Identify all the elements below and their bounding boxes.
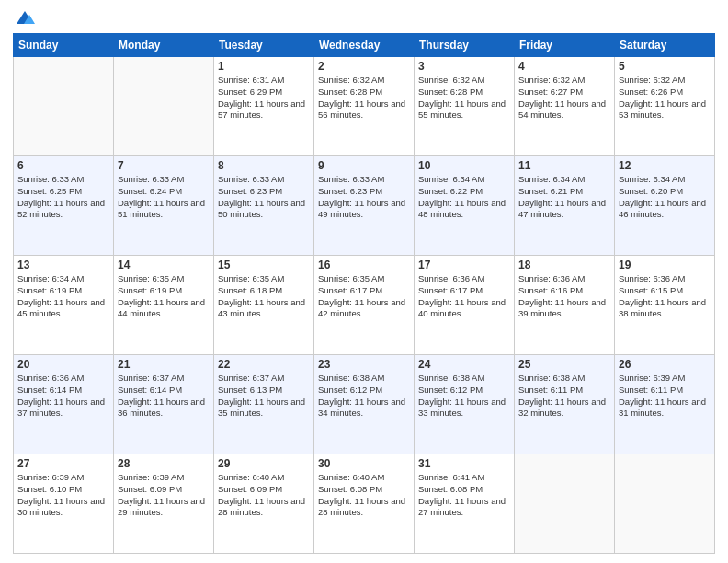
calendar-cell: 27Sunrise: 6:39 AM Sunset: 6:10 PM Dayli… [14, 454, 114, 554]
day-number: 16 [318, 259, 410, 271]
calendar-cell: 22Sunrise: 6:37 AM Sunset: 6:13 PM Dayli… [214, 355, 314, 454]
calendar-cell [114, 57, 214, 156]
calendar-cell [515, 454, 615, 554]
day-info: Sunrise: 6:35 AM Sunset: 6:17 PM Dayligh… [318, 273, 410, 320]
calendar-cell: 16Sunrise: 6:35 AM Sunset: 6:17 PM Dayli… [314, 256, 415, 355]
calendar-cell: 18Sunrise: 6:36 AM Sunset: 6:16 PM Dayli… [515, 256, 615, 355]
day-info: Sunrise: 6:36 AM Sunset: 6:14 PM Dayligh… [17, 373, 109, 419]
calendar-cell: 24Sunrise: 6:38 AM Sunset: 6:12 PM Dayli… [415, 355, 515, 454]
day-number: 23 [318, 358, 410, 371]
calendar-cell: 29Sunrise: 6:40 AM Sunset: 6:09 PM Dayli… [214, 454, 314, 554]
day-info: Sunrise: 6:36 AM Sunset: 6:16 PM Dayligh… [518, 273, 610, 320]
calendar-cell: 26Sunrise: 6:39 AM Sunset: 6:11 PM Dayli… [615, 355, 715, 454]
weekday-header-saturday: Saturday [615, 34, 715, 57]
calendar-cell: 15Sunrise: 6:35 AM Sunset: 6:18 PM Dayli… [214, 256, 314, 355]
day-info: Sunrise: 6:34 AM Sunset: 6:19 PM Dayligh… [17, 273, 109, 320]
day-info: Sunrise: 6:37 AM Sunset: 6:13 PM Dayligh… [218, 373, 310, 419]
day-number: 26 [619, 358, 711, 371]
day-number: 9 [318, 159, 410, 172]
day-info: Sunrise: 6:38 AM Sunset: 6:12 PM Dayligh… [318, 373, 410, 419]
day-info: Sunrise: 6:32 AM Sunset: 6:28 PM Dayligh… [318, 75, 410, 121]
calendar-cell: 14Sunrise: 6:35 AM Sunset: 6:19 PM Dayli… [114, 256, 214, 355]
day-number: 10 [418, 159, 510, 172]
weekday-header-monday: Monday [114, 34, 214, 57]
weekday-header-sunday: Sunday [14, 34, 114, 57]
calendar-cell: 10Sunrise: 6:34 AM Sunset: 6:22 PM Dayli… [415, 156, 515, 256]
calendar-cell: 3Sunrise: 6:32 AM Sunset: 6:28 PM Daylig… [415, 57, 515, 156]
day-info: Sunrise: 6:33 AM Sunset: 6:24 PM Dayligh… [118, 174, 210, 221]
day-number: 8 [218, 159, 310, 172]
day-info: Sunrise: 6:34 AM Sunset: 6:20 PM Dayligh… [619, 174, 711, 221]
day-number: 18 [518, 259, 610, 271]
calendar-cell: 8Sunrise: 6:33 AM Sunset: 6:23 PM Daylig… [214, 156, 314, 256]
calendar-page: SundayMondayTuesdayWednesdayThursdayFrid… [0, 0, 728, 563]
day-info: Sunrise: 6:40 AM Sunset: 6:08 PM Dayligh… [318, 472, 410, 519]
day-number: 5 [619, 60, 711, 73]
day-number: 27 [17, 457, 109, 470]
day-info: Sunrise: 6:37 AM Sunset: 6:14 PM Dayligh… [118, 373, 210, 419]
calendar-cell [615, 454, 715, 554]
day-number: 25 [518, 358, 610, 371]
logo-icon [15, 9, 35, 26]
day-number: 30 [318, 457, 410, 470]
calendar-cell: 25Sunrise: 6:38 AM Sunset: 6:11 PM Dayli… [515, 355, 615, 454]
calendar-cell: 23Sunrise: 6:38 AM Sunset: 6:12 PM Dayli… [314, 355, 415, 454]
day-info: Sunrise: 6:41 AM Sunset: 6:08 PM Dayligh… [418, 472, 510, 519]
weekday-header-friday: Friday [515, 34, 615, 57]
day-info: Sunrise: 6:33 AM Sunset: 6:23 PM Dayligh… [218, 174, 310, 221]
calendar-cell: 19Sunrise: 6:36 AM Sunset: 6:15 PM Dayli… [615, 256, 715, 355]
day-info: Sunrise: 6:40 AM Sunset: 6:09 PM Dayligh… [218, 472, 310, 519]
day-info: Sunrise: 6:32 AM Sunset: 6:26 PM Dayligh… [619, 75, 711, 121]
day-number: 21 [118, 358, 210, 371]
day-number: 14 [118, 259, 210, 271]
day-info: Sunrise: 6:34 AM Sunset: 6:22 PM Dayligh… [418, 174, 510, 221]
calendar-cell: 28Sunrise: 6:39 AM Sunset: 6:09 PM Dayli… [114, 454, 214, 554]
calendar-cell: 7Sunrise: 6:33 AM Sunset: 6:24 PM Daylig… [114, 156, 214, 256]
logo [13, 9, 35, 26]
day-number: 11 [518, 159, 610, 172]
calendar-table: SundayMondayTuesdayWednesdayThursdayFrid… [13, 33, 715, 554]
calendar-cell: 17Sunrise: 6:36 AM Sunset: 6:17 PM Dayli… [415, 256, 515, 355]
day-info: Sunrise: 6:35 AM Sunset: 6:19 PM Dayligh… [118, 273, 210, 320]
calendar-cell: 4Sunrise: 6:32 AM Sunset: 6:27 PM Daylig… [515, 57, 615, 156]
day-number: 29 [218, 457, 310, 470]
day-info: Sunrise: 6:33 AM Sunset: 6:25 PM Dayligh… [17, 174, 109, 221]
day-number: 7 [118, 159, 210, 172]
day-number: 17 [418, 259, 510, 271]
day-number: 22 [218, 358, 310, 371]
day-info: Sunrise: 6:32 AM Sunset: 6:28 PM Dayligh… [418, 75, 510, 121]
week-row-2: 6Sunrise: 6:33 AM Sunset: 6:25 PM Daylig… [14, 156, 715, 256]
day-number: 4 [518, 60, 610, 73]
day-info: Sunrise: 6:35 AM Sunset: 6:18 PM Dayligh… [218, 273, 310, 320]
day-info: Sunrise: 6:32 AM Sunset: 6:27 PM Dayligh… [518, 75, 610, 121]
calendar-cell [14, 57, 114, 156]
day-info: Sunrise: 6:34 AM Sunset: 6:21 PM Dayligh… [518, 174, 610, 221]
day-number: 12 [619, 159, 711, 172]
weekday-header-thursday: Thursday [415, 34, 515, 57]
day-number: 28 [118, 457, 210, 470]
week-row-4: 20Sunrise: 6:36 AM Sunset: 6:14 PM Dayli… [14, 355, 715, 454]
day-info: Sunrise: 6:39 AM Sunset: 6:10 PM Dayligh… [17, 472, 109, 519]
header [13, 9, 715, 26]
day-number: 19 [619, 259, 711, 271]
day-number: 1 [218, 60, 310, 73]
weekday-header-row: SundayMondayTuesdayWednesdayThursdayFrid… [14, 34, 715, 57]
calendar-cell: 13Sunrise: 6:34 AM Sunset: 6:19 PM Dayli… [14, 256, 114, 355]
calendar-cell: 20Sunrise: 6:36 AM Sunset: 6:14 PM Dayli… [14, 355, 114, 454]
day-info: Sunrise: 6:39 AM Sunset: 6:09 PM Dayligh… [118, 472, 210, 519]
calendar-cell: 9Sunrise: 6:33 AM Sunset: 6:23 PM Daylig… [314, 156, 415, 256]
calendar-cell: 5Sunrise: 6:32 AM Sunset: 6:26 PM Daylig… [615, 57, 715, 156]
day-info: Sunrise: 6:31 AM Sunset: 6:29 PM Dayligh… [218, 75, 310, 121]
calendar-cell: 21Sunrise: 6:37 AM Sunset: 6:14 PM Dayli… [114, 355, 214, 454]
day-number: 3 [418, 60, 510, 73]
week-row-3: 13Sunrise: 6:34 AM Sunset: 6:19 PM Dayli… [14, 256, 715, 355]
day-number: 24 [418, 358, 510, 371]
calendar-cell: 30Sunrise: 6:40 AM Sunset: 6:08 PM Dayli… [314, 454, 415, 554]
week-row-1: 1Sunrise: 6:31 AM Sunset: 6:29 PM Daylig… [14, 57, 715, 156]
calendar-cell: 11Sunrise: 6:34 AM Sunset: 6:21 PM Dayli… [515, 156, 615, 256]
week-row-5: 27Sunrise: 6:39 AM Sunset: 6:10 PM Dayli… [14, 454, 715, 554]
calendar-cell: 2Sunrise: 6:32 AM Sunset: 6:28 PM Daylig… [314, 57, 415, 156]
day-number: 2 [318, 60, 410, 73]
day-number: 31 [418, 457, 510, 470]
day-info: Sunrise: 6:36 AM Sunset: 6:17 PM Dayligh… [418, 273, 510, 320]
